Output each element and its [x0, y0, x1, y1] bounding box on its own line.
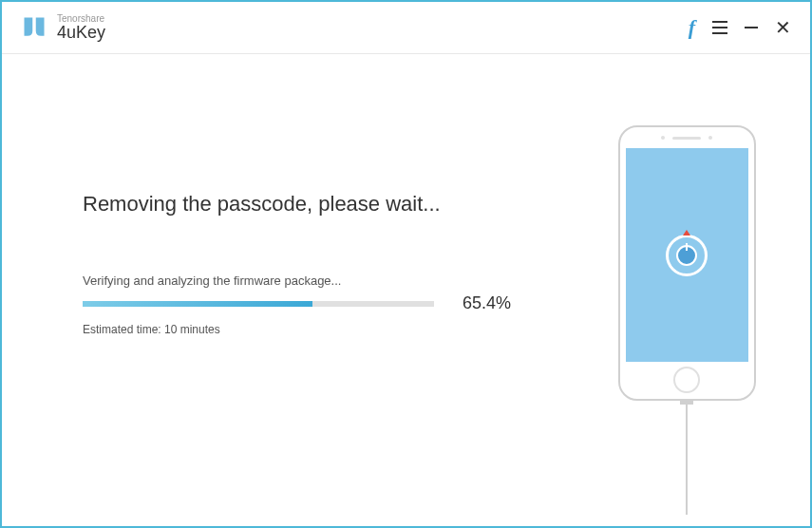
phone-screen	[626, 148, 748, 362]
company-name: Tenorshare	[57, 13, 105, 24]
progress-row: 65.4%	[83, 293, 563, 313]
menu-icon[interactable]	[712, 21, 727, 34]
cable-icon	[686, 401, 688, 515]
phone-icon	[618, 125, 756, 401]
title-bar: Tenorshare 4uKey f ✕	[2, 2, 810, 54]
phone-top	[620, 127, 754, 148]
app-logo-icon	[21, 14, 47, 41]
page-title: Removing the passcode, please wait...	[83, 192, 563, 217]
progress-percent: 65.4%	[463, 293, 511, 313]
facebook-icon[interactable]: f	[689, 15, 695, 40]
minimize-button[interactable]	[745, 27, 758, 28]
estimated-time: Estimated time: 10 minutes	[83, 323, 563, 336]
compass-inner-icon	[676, 245, 697, 266]
phone-camera-icon	[661, 136, 665, 140]
progress-bar	[83, 301, 434, 307]
progress-fill	[83, 301, 312, 307]
phone-home-button-icon	[673, 367, 700, 393]
compass-pointer-icon	[683, 230, 690, 236]
phone-sensor-icon	[708, 136, 712, 140]
close-button[interactable]: ✕	[775, 18, 791, 37]
device-illustration	[563, 54, 810, 526]
window-controls: f ✕	[689, 15, 791, 40]
product-name: 4uKey	[57, 24, 105, 43]
main-content: Removing the passcode, please wait... Ve…	[2, 54, 810, 526]
progress-panel: Removing the passcode, please wait... Ve…	[2, 54, 563, 526]
status-text: Verifying and analyzing the firmware pac…	[83, 273, 563, 288]
brand: Tenorshare 4uKey	[21, 13, 105, 43]
phone-speaker-icon	[672, 137, 701, 140]
brand-text: Tenorshare 4uKey	[57, 13, 105, 43]
compass-icon	[666, 235, 708, 276]
